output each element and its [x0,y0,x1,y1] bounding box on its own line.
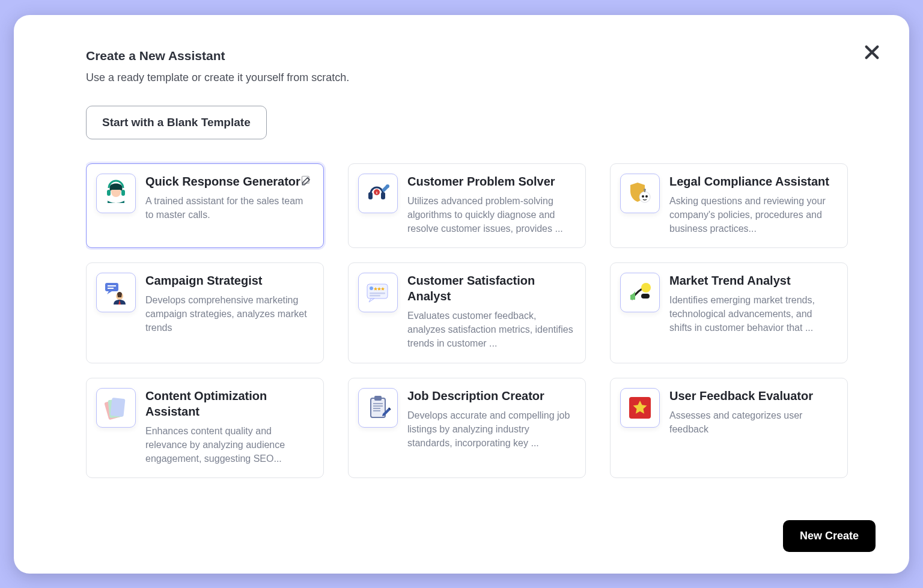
svg-rect-11 [108,285,116,286]
template-title: Legal Compliance Assistant [669,174,836,189]
svg-rect-10 [105,283,118,291]
template-description: Utilizes advanced problem-solving algori… [407,194,574,236]
new-create-button[interactable]: New Create [783,520,876,552]
content-scroll[interactable]: Start with a Blank Template Quick Respon… [86,106,876,506]
template-title: Quick Response Generator [145,174,312,189]
template-title: Customer Satisfaction Analyst [407,273,574,304]
svg-rect-17 [370,295,380,297]
start-blank-button[interactable]: Start with a Blank Template [86,106,267,139]
svg-rect-28 [373,410,380,411]
template-card[interactable]: Customer Satisfaction AnalystEvaluates c… [348,262,586,363]
trend-shapes-icon [620,273,660,312]
template-card-body: Customer Satisfaction AnalystEvaluates c… [407,273,574,351]
svg-point-15 [370,286,373,290]
close-icon [862,43,882,62]
template-description: Enhances content quality and relevance b… [145,424,312,466]
svg-point-5 [386,184,389,188]
businessman-chat-icon [96,273,136,312]
template-card-body: Quick Response GeneratorA trained assist… [145,174,312,236]
template-title: User Feedback Evaluator [669,388,836,404]
svg-point-18 [641,283,651,292]
template-card[interactable]: Job Description CreatorDevelops accurate… [348,378,586,479]
template-description: A trained assistant for the sales team t… [145,194,312,222]
template-card-body: User Feedback EvaluatorAssesses and cate… [669,388,836,466]
template-card[interactable]: iCustomer Problem SolverUtilizes advance… [348,163,586,249]
edit-icon[interactable] [300,175,312,187]
template-card-body: Customer Problem SolverUtilizes advanced… [407,174,574,236]
svg-rect-26 [373,405,383,407]
clipboard-pen-icon [358,388,398,428]
color-sheets-icon [96,388,136,428]
svg-point-6 [639,192,650,202]
headphones-wrench-icon: i [358,174,398,213]
template-grid: Quick Response GeneratorA trained assist… [86,163,854,479]
modal-title: Create a New Assistant [86,49,876,63]
template-card-body: Job Description CreatorDevelops accurate… [407,388,574,466]
review-stars-icon [358,273,398,312]
red-star-icon [620,388,660,428]
template-title: Content Optimization Assistant [145,388,312,419]
svg-text:i: i [376,190,377,195]
svg-rect-27 [373,408,380,409]
svg-rect-2 [381,192,385,199]
template-title: Customer Problem Solver [407,174,574,189]
template-card-body: Legal Compliance AssistantAsking questio… [669,174,836,236]
svg-rect-12 [108,288,114,289]
create-assistant-modal: Create a New Assistant Use a ready templ… [14,15,909,574]
shield-bot-icon [620,174,660,213]
svg-point-9 [644,189,646,191]
template-card[interactable]: Quick Response GeneratorA trained assist… [86,163,324,249]
template-card-body: Market Trend AnalystIdentifies emerging … [669,273,836,351]
template-card-body: Campaign StrategistDevelops comprehensiv… [145,273,312,351]
svg-point-8 [645,195,648,198]
svg-rect-24 [374,396,382,401]
template-card-body: Content Optimization AssistantEnhances c… [145,388,312,466]
template-card[interactable]: Campaign StrategistDevelops comprehensiv… [86,262,324,363]
svg-rect-1 [368,192,373,199]
svg-rect-22 [110,398,125,417]
template-description: Identifies emerging market trends, techn… [669,293,836,335]
close-button[interactable] [862,43,882,62]
svg-rect-16 [370,292,385,294]
template-title: Campaign Strategist [145,273,312,288]
template-title: Market Trend Analyst [669,273,836,288]
template-title: Job Description Creator [407,388,574,404]
template-card[interactable]: Market Trend AnalystIdentifies emerging … [610,262,848,363]
template-description: Develops accurate and compelling job lis… [407,408,574,450]
template-description: Evaluates customer feedback, analyzes sa… [407,309,574,351]
template-card[interactable]: Content Optimization AssistantEnhances c… [86,378,324,479]
template-description: Develops comprehensive marketing campaig… [145,293,312,335]
svg-rect-19 [641,294,650,299]
avatar-headset-icon [96,174,136,213]
template-card[interactable]: User Feedback EvaluatorAssesses and cate… [610,378,848,479]
svg-point-7 [642,195,644,198]
template-card[interactable]: Legal Compliance AssistantAsking questio… [610,163,848,249]
template-description: Asking questions and reviewing your comp… [669,194,836,236]
modal-subtitle: Use a ready template or create it yourse… [86,71,876,84]
modal-footer: New Create [86,506,876,552]
svg-rect-25 [373,403,383,404]
template-description: Assesses and categorizes user feedback [669,408,836,436]
